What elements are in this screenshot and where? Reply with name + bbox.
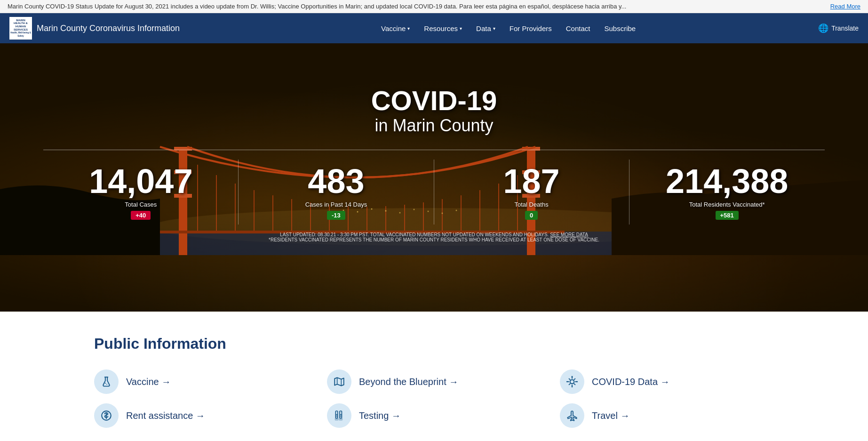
testing-icon-circle [327,403,351,428]
svg-line-50 [574,378,575,380]
plane-icon [566,409,578,422]
deaths-label: Total Deaths [444,201,620,208]
info-grid: Vaccine → Beyond the Blueprint → [94,369,774,428]
nav-resources[interactable]: Resources ▾ [424,24,462,32]
svg-point-43 [570,380,574,384]
svg-line-49 [574,384,575,385]
deaths-number: 187 [444,164,620,198]
chevron-down-icon: ▾ [407,26,410,31]
stat-deaths: 187 Total Deaths 0 [434,160,629,225]
past14-badge: -13 [327,211,345,220]
main-nav: Vaccine ▾ Resources ▾ Data ▾ For Provide… [199,24,818,32]
total-cases-badge: +40 [131,211,151,220]
blueprint-label: Beyond the Blueprint → [359,377,458,387]
site-title: Marin County Coronavirus Information [37,24,180,33]
rent-icon-circle [94,403,119,428]
hero-section: COVID-19 in Marin County 14,047 Total Ca… [0,43,868,312]
svg-point-39 [105,383,106,384]
globe-icon: 🌐 [818,23,828,33]
svg-point-55 [577,381,578,383]
nav-contact[interactable]: Contact [566,24,590,32]
test-tube-icon [333,409,345,422]
svg-point-54 [566,381,568,383]
covid-data-icon-circle [560,369,584,394]
dollar-icon [100,409,112,422]
nav-data[interactable]: Data ▾ [476,24,495,32]
total-cases-label: Total Cases [53,201,229,208]
vaccine-icon-circle [94,369,119,394]
hero-title: COVID-19 in Marin County [371,86,497,136]
stat-total-cases: 14,047 Total Cases +40 [43,160,239,225]
chevron-down-icon: ▾ [493,26,495,31]
vaccinated-label: Total Residents Vaccinated* [639,201,815,208]
see-more-data-link[interactable]: SEE MORE DATA [550,232,588,237]
virus-icon [566,376,578,388]
info-item-covid-data[interactable]: COVID-19 Data → [560,369,774,394]
stat-past-14-days: 483 Cases in Past 14 Days -13 [239,160,434,225]
vaccinated-badge: +581 [716,211,739,220]
alert-banner: Marin County COVID-19 Status Update for … [0,0,868,13]
read-more-link[interactable]: Read More [830,3,860,10]
svg-point-40 [106,384,107,385]
nav-subscribe[interactable]: Subscribe [604,24,636,32]
info-item-rent[interactable]: Rent assistance → [94,403,308,428]
stat-vaccinated: 214,388 Total Residents Vaccinated* +581 [629,160,825,225]
stats-grid: 14,047 Total Cases +40 483 Cases in Past… [43,160,825,225]
map-icon [333,376,345,388]
svg-point-52 [572,376,573,377]
past14-number: 483 [248,164,424,198]
blueprint-icon-circle [327,369,351,394]
translate-button[interactable]: 🌐 Translate [818,23,859,33]
hero-divider [43,150,825,150]
vaccinated-number: 214,388 [639,164,815,198]
site-logo[interactable]: MARINHEALTH &HUMANSERVICESHealth, Well-b… [9,17,180,40]
vaccine-label: Vaccine → [126,377,171,387]
navbar: MARINHEALTH &HUMANSERVICESHealth, Well-b… [0,13,868,43]
public-info-section: Public Information Vaccine → [0,312,868,441]
past14-label: Cases in Past 14 Days [248,201,424,208]
logo-box: MARINHEALTH &HUMANSERVICESHealth, Well-b… [9,17,32,40]
info-item-travel[interactable]: Travel → [560,403,774,428]
nav-vaccine[interactable]: Vaccine ▾ [381,24,410,32]
info-item-vaccine[interactable]: Vaccine → [94,369,308,394]
chevron-down-icon: ▾ [460,26,462,31]
svg-line-48 [569,378,570,380]
public-info-title: Public Information [94,335,774,353]
deaths-badge: 0 [525,211,538,220]
info-item-testing[interactable]: Testing → [327,403,541,428]
travel-icon-circle [560,403,584,428]
svg-point-53 [572,386,573,388]
svg-rect-64 [339,418,342,420]
info-item-blueprint[interactable]: Beyond the Blueprint → [327,369,541,394]
svg-line-51 [569,384,570,385]
rent-label: Rent assistance → [126,410,205,421]
svg-rect-63 [335,418,338,420]
testing-label: Testing → [359,410,401,421]
hero-footer: LAST UPDATED: 08.30.21 - 3:30 PM PST. TO… [222,232,646,242]
total-cases-number: 14,047 [53,164,229,198]
flask-icon [100,376,112,388]
logo-text: MARINHEALTH &HUMANSERVICESHealth, Well-b… [10,19,31,38]
covid-data-label: COVID-19 Data → [592,377,670,387]
travel-label: Travel → [592,410,629,421]
alert-text: Marin County COVID-19 Status Update for … [8,3,626,10]
nav-providers[interactable]: For Providers [510,24,552,32]
